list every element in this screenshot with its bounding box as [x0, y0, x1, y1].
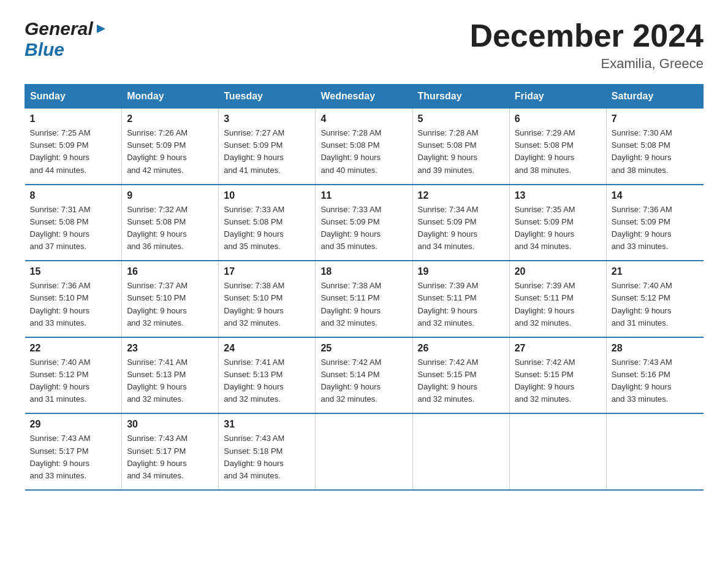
day-info: Sunrise: 7:43 AMSunset: 5:17 PMDaylight:… [127, 434, 188, 480]
day-info: Sunrise: 7:43 AMSunset: 5:17 PMDaylight:… [30, 434, 91, 480]
day-number: 21 [612, 266, 699, 277]
calendar-table: Sunday Monday Tuesday Wednesday Thursday… [25, 84, 703, 491]
day-info: Sunrise: 7:42 AMSunset: 5:15 PMDaylight:… [418, 358, 479, 404]
day-info: Sunrise: 7:39 AMSunset: 5:11 PMDaylight:… [418, 281, 479, 327]
table-row [316, 413, 412, 490]
location-subtitle: Examilia, Greece [469, 56, 703, 72]
day-number: 19 [418, 266, 504, 277]
day-number: 13 [515, 190, 601, 201]
col-saturday: Saturday [606, 85, 703, 109]
col-wednesday: Wednesday [316, 85, 412, 109]
logo: General Blue [25, 18, 108, 60]
table-row: 26 Sunrise: 7:42 AMSunset: 5:15 PMDaylig… [412, 337, 509, 414]
table-row: 4 Sunrise: 7:28 AMSunset: 5:08 PMDayligh… [316, 109, 412, 185]
table-row: 15 Sunrise: 7:36 AMSunset: 5:10 PMDaylig… [25, 261, 122, 337]
day-info: Sunrise: 7:41 AMSunset: 5:13 PMDaylight:… [224, 358, 284, 404]
table-row: 3 Sunrise: 7:27 AMSunset: 5:09 PMDayligh… [219, 109, 316, 185]
day-number: 16 [127, 266, 213, 277]
table-row: 25 Sunrise: 7:42 AMSunset: 5:14 PMDaylig… [316, 337, 412, 414]
day-number: 26 [418, 343, 504, 354]
day-number: 7 [612, 113, 699, 124]
table-row: 2 Sunrise: 7:26 AMSunset: 5:09 PMDayligh… [122, 109, 219, 185]
calendar-week-1: 1 Sunrise: 7:25 AMSunset: 5:09 PMDayligh… [25, 109, 703, 185]
table-row: 14 Sunrise: 7:36 AMSunset: 5:09 PMDaylig… [606, 185, 703, 261]
day-info: Sunrise: 7:43 AMSunset: 5:16 PMDaylight:… [612, 358, 672, 404]
calendar-week-3: 15 Sunrise: 7:36 AMSunset: 5:10 PMDaylig… [25, 261, 703, 337]
calendar-week-4: 22 Sunrise: 7:40 AMSunset: 5:12 PMDaylig… [25, 337, 703, 414]
day-number: 5 [418, 113, 504, 124]
day-number: 29 [30, 419, 117, 430]
day-info: Sunrise: 7:26 AMSunset: 5:09 PMDaylight:… [127, 128, 188, 174]
col-thursday: Thursday [412, 85, 509, 109]
day-info: Sunrise: 7:33 AMSunset: 5:08 PMDaylight:… [224, 205, 284, 251]
calendar-header-row: Sunday Monday Tuesday Wednesday Thursday… [25, 85, 703, 109]
day-info: Sunrise: 7:40 AMSunset: 5:12 PMDaylight:… [612, 281, 672, 327]
table-row: 1 Sunrise: 7:25 AMSunset: 5:09 PMDayligh… [25, 109, 122, 185]
table-row: 18 Sunrise: 7:38 AMSunset: 5:11 PMDaylig… [316, 261, 412, 337]
day-info: Sunrise: 7:38 AMSunset: 5:11 PMDaylight:… [320, 281, 381, 327]
col-sunday: Sunday [25, 85, 122, 109]
day-number: 12 [418, 190, 504, 201]
day-number: 1 [30, 113, 117, 124]
svg-marker-0 [97, 25, 105, 33]
day-number: 8 [30, 190, 117, 201]
day-number: 6 [515, 113, 601, 124]
logo-arrow-icon [94, 22, 108, 36]
table-row: 28 Sunrise: 7:43 AMSunset: 5:16 PMDaylig… [606, 337, 703, 414]
day-info: Sunrise: 7:37 AMSunset: 5:10 PMDaylight:… [127, 281, 188, 327]
day-info: Sunrise: 7:25 AMSunset: 5:09 PMDaylight:… [30, 128, 91, 174]
day-info: Sunrise: 7:28 AMSunset: 5:08 PMDaylight:… [320, 128, 381, 174]
day-number: 18 [320, 266, 407, 277]
day-number: 23 [127, 343, 213, 354]
table-row: 23 Sunrise: 7:41 AMSunset: 5:13 PMDaylig… [122, 337, 219, 414]
day-number: 2 [127, 113, 213, 124]
day-number: 30 [127, 419, 213, 430]
day-number: 11 [320, 190, 407, 201]
day-info: Sunrise: 7:38 AMSunset: 5:10 PMDaylight:… [224, 281, 284, 327]
table-row: 8 Sunrise: 7:31 AMSunset: 5:08 PMDayligh… [25, 185, 122, 261]
logo-general: General [25, 18, 93, 39]
day-info: Sunrise: 7:30 AMSunset: 5:08 PMDaylight:… [612, 128, 672, 174]
day-info: Sunrise: 7:43 AMSunset: 5:18 PMDaylight:… [224, 434, 284, 480]
table-row: 16 Sunrise: 7:37 AMSunset: 5:10 PMDaylig… [122, 261, 219, 337]
table-row: 9 Sunrise: 7:32 AMSunset: 5:08 PMDayligh… [122, 185, 219, 261]
day-info: Sunrise: 7:42 AMSunset: 5:15 PMDaylight:… [515, 358, 575, 404]
day-info: Sunrise: 7:40 AMSunset: 5:12 PMDaylight:… [30, 358, 91, 404]
calendar-week-2: 8 Sunrise: 7:31 AMSunset: 5:08 PMDayligh… [25, 185, 703, 261]
day-info: Sunrise: 7:34 AMSunset: 5:09 PMDaylight:… [418, 205, 479, 251]
day-number: 31 [224, 419, 310, 430]
day-info: Sunrise: 7:29 AMSunset: 5:08 PMDaylight:… [515, 128, 575, 174]
day-number: 25 [320, 343, 407, 354]
col-tuesday: Tuesday [219, 85, 316, 109]
day-number: 17 [224, 266, 310, 277]
table-row: 7 Sunrise: 7:30 AMSunset: 5:08 PMDayligh… [606, 109, 703, 185]
table-row: 30 Sunrise: 7:43 AMSunset: 5:17 PMDaylig… [122, 413, 219, 490]
day-number: 9 [127, 190, 213, 201]
logo-blue: Blue [25, 39, 64, 60]
table-row [509, 413, 606, 490]
month-title: December 2024 [469, 18, 703, 53]
table-row: 10 Sunrise: 7:33 AMSunset: 5:08 PMDaylig… [219, 185, 316, 261]
table-row: 12 Sunrise: 7:34 AMSunset: 5:09 PMDaylig… [412, 185, 509, 261]
day-info: Sunrise: 7:33 AMSunset: 5:09 PMDaylight:… [320, 205, 381, 251]
table-row: 31 Sunrise: 7:43 AMSunset: 5:18 PMDaylig… [219, 413, 316, 490]
table-row: 6 Sunrise: 7:29 AMSunset: 5:08 PMDayligh… [509, 109, 606, 185]
day-number: 10 [224, 190, 310, 201]
day-number: 14 [612, 190, 699, 201]
table-row: 5 Sunrise: 7:28 AMSunset: 5:08 PMDayligh… [412, 109, 509, 185]
day-info: Sunrise: 7:42 AMSunset: 5:14 PMDaylight:… [320, 358, 381, 404]
table-row: 29 Sunrise: 7:43 AMSunset: 5:17 PMDaylig… [25, 413, 122, 490]
table-row: 13 Sunrise: 7:35 AMSunset: 5:09 PMDaylig… [509, 185, 606, 261]
table-row: 11 Sunrise: 7:33 AMSunset: 5:09 PMDaylig… [316, 185, 412, 261]
day-number: 4 [320, 113, 407, 124]
page-header: General Blue December 2024 Examilia, Gre… [25, 18, 703, 72]
table-row: 21 Sunrise: 7:40 AMSunset: 5:12 PMDaylig… [606, 261, 703, 337]
table-row: 19 Sunrise: 7:39 AMSunset: 5:11 PMDaylig… [412, 261, 509, 337]
day-number: 15 [30, 266, 117, 277]
day-number: 20 [515, 266, 601, 277]
table-row [412, 413, 509, 490]
day-number: 28 [612, 343, 699, 354]
title-area: December 2024 Examilia, Greece [469, 18, 703, 72]
day-info: Sunrise: 7:35 AMSunset: 5:09 PMDaylight:… [515, 205, 575, 251]
day-info: Sunrise: 7:28 AMSunset: 5:08 PMDaylight:… [418, 128, 479, 174]
